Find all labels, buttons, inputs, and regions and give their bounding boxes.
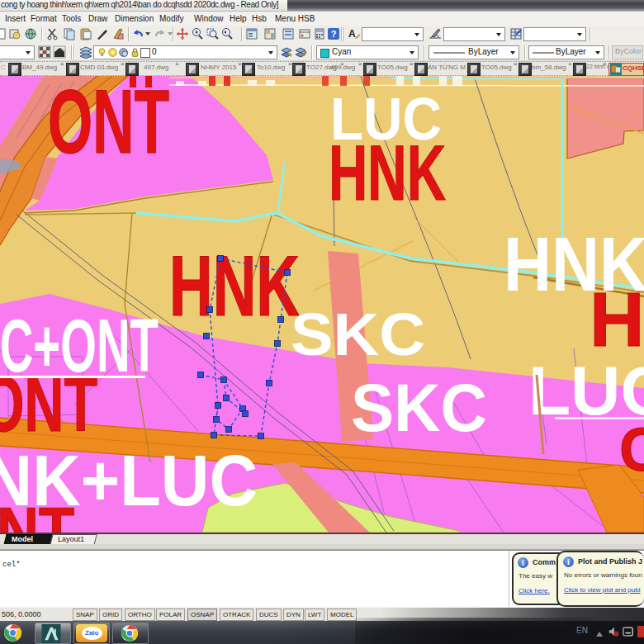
svg-text:SKC: SKC [291,301,425,367]
svg-text:HNK: HNK [329,129,446,216]
svg-text:A: A [348,28,356,40]
svg-text:ONT: ONT [48,76,169,172]
svg-text:H: H [590,277,644,362]
svg-text:NT: NT [0,494,74,533]
svg-text:ONT: ONT [0,360,97,447]
svg-text:C: C [619,415,644,484]
svg-text:SKC: SKC [351,371,487,445]
svg-text:?: ? [331,29,337,39]
